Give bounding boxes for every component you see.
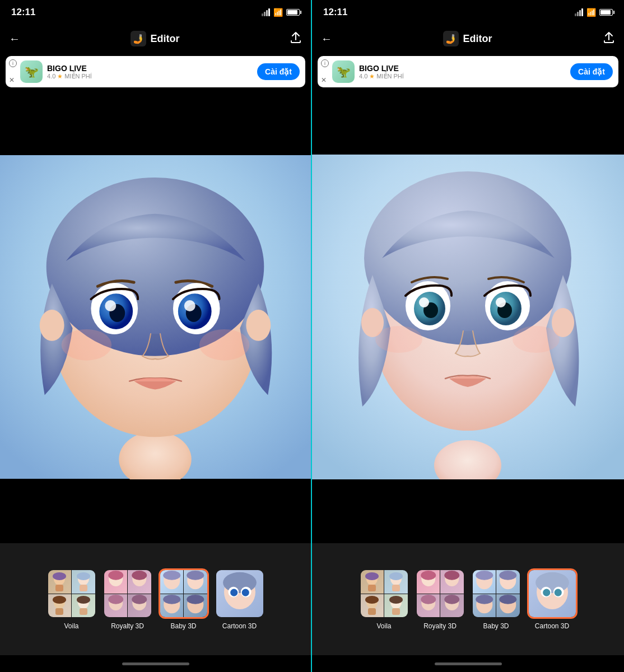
filter-label-voila-left: Voila <box>64 622 78 630</box>
share-button-right[interactable] <box>603 31 615 46</box>
ad-install-left[interactable]: Cài đặt <box>257 63 300 80</box>
main-image-right <box>312 91 624 543</box>
svg-point-99 <box>535 572 569 593</box>
filter-label-cartoon-right: Cartoon 3D <box>535 622 569 630</box>
filter-item-royalty-left[interactable]: Royalty 3D <box>103 568 153 630</box>
svg-point-17 <box>199 329 250 361</box>
ad-star-right: ★ <box>369 73 375 80</box>
svg-rect-74 <box>392 585 400 591</box>
svg-point-81 <box>389 596 403 604</box>
filter-thumb-cartoon-right <box>527 568 578 619</box>
svg-text:🤳: 🤳 <box>133 34 144 44</box>
header-left: ← 🤳 Editor <box>0 25 311 53</box>
ad-rating-left: 4.0 ★ MIỄN PHÍ <box>47 73 253 80</box>
ad-rating-number-right: 4.0 <box>359 73 367 80</box>
svg-point-78 <box>365 596 379 604</box>
svg-text:🤳: 🤳 <box>445 34 457 44</box>
filter-thumb-voila-left <box>46 568 97 619</box>
ad-star-left: ★ <box>57 73 63 80</box>
svg-point-85 <box>444 571 459 580</box>
svg-point-5 <box>46 178 264 356</box>
svg-point-7 <box>246 310 271 341</box>
back-button-right[interactable]: ← <box>321 32 332 45</box>
svg-point-97 <box>499 595 516 604</box>
ad-app-name-left: BIGO LIVE <box>47 64 253 73</box>
status-time-right: 12:11 <box>323 7 347 18</box>
svg-point-39 <box>163 571 180 580</box>
filter-item-voila-left[interactable]: Voila <box>46 568 97 630</box>
ad-banner-right[interactable]: i ✕ 🦖 BIGO LIVE 4.0 ★ MIỄN PHÍ Cài đặt <box>318 56 618 87</box>
filter-strip-left: Voila <box>0 543 311 655</box>
ad-close-left[interactable]: ✕ <box>9 76 15 84</box>
header-right: ← 🤳 Editor <box>312 25 624 53</box>
filter-item-cartoon-left[interactable]: Cartoon 3D <box>215 568 265 630</box>
status-icons-left: 📶 <box>262 8 300 17</box>
app-logo-right: 🤳 <box>443 31 459 46</box>
ad-install-right[interactable]: Cài đặt <box>570 63 613 80</box>
svg-point-33 <box>132 571 147 580</box>
back-button-left[interactable]: ← <box>9 32 20 45</box>
svg-point-69 <box>513 326 560 353</box>
filter-item-cartoon-right[interactable]: Cartoon 3D <box>527 568 578 630</box>
header-title-right: Editor <box>463 33 492 45</box>
ad-text-right: BIGO LIVE 4.0 ★ MIỄN PHÍ <box>359 64 566 80</box>
status-bar-left: 12:11 📶 <box>0 0 311 25</box>
signal-icon-left <box>262 8 270 16</box>
svg-point-23 <box>77 572 90 580</box>
svg-rect-77 <box>368 608 376 615</box>
filter-item-royalty-right[interactable]: Royalty 3D <box>415 568 465 630</box>
left-panel: 12:11 📶 ← 🤳 Editor <box>0 0 312 672</box>
filter-label-baby-right: Baby 3D <box>483 622 509 630</box>
svg-rect-80 <box>392 608 400 615</box>
svg-point-103 <box>554 589 561 596</box>
svg-point-91 <box>476 571 493 580</box>
svg-point-68 <box>375 326 422 353</box>
battery-icon-left <box>286 9 300 16</box>
header-title-left: Editor <box>151 33 180 45</box>
main-image-left <box>0 91 311 543</box>
svg-point-6 <box>40 310 64 341</box>
svg-point-93 <box>499 571 516 580</box>
home-indicator-left <box>0 655 311 672</box>
filter-label-cartoon-left: Cartoon 3D <box>222 622 257 630</box>
svg-point-26 <box>53 596 66 604</box>
ad-close-right[interactable]: ✕ <box>321 76 327 84</box>
svg-point-15 <box>184 300 195 311</box>
svg-point-89 <box>444 595 459 604</box>
wifi-icon-right: 📶 <box>586 8 596 17</box>
svg-point-95 <box>476 595 493 604</box>
svg-point-35 <box>108 595 123 604</box>
ad-app-icon-right: 🦖 <box>332 60 355 83</box>
ad-info-right[interactable]: i <box>321 59 329 67</box>
filter-thumb-baby-left <box>159 568 209 619</box>
svg-point-63 <box>419 297 429 307</box>
filter-item-baby-right[interactable]: Baby 3D <box>471 568 521 630</box>
filter-thumb-royalty-right <box>415 568 465 619</box>
filter-label-royalty-left: Royalty 3D <box>111 622 144 630</box>
filter-row-right: Voila <box>353 568 583 630</box>
svg-point-45 <box>187 595 204 604</box>
svg-rect-25 <box>55 608 63 615</box>
filter-thumb-voila-right <box>359 568 409 619</box>
svg-point-31 <box>108 571 123 580</box>
svg-point-43 <box>163 595 180 604</box>
filter-thumb-cartoon-left <box>215 568 265 619</box>
battery-icon-right <box>599 9 613 16</box>
status-time-left: 12:11 <box>11 7 35 18</box>
filter-item-baby-left[interactable]: Baby 3D <box>159 568 209 630</box>
share-button-left[interactable] <box>290 31 302 46</box>
status-bar-right: 12:11 📶 <box>312 0 624 25</box>
svg-rect-71 <box>368 585 376 591</box>
filter-label-royalty-right: Royalty 3D <box>423 622 457 630</box>
filter-item-voila-right[interactable]: Voila <box>359 568 409 630</box>
ad-icon-right: 🦖 <box>332 60 355 83</box>
svg-point-47 <box>223 572 257 593</box>
svg-point-37 <box>132 595 147 604</box>
filter-label-baby-left: Baby 3D <box>170 622 196 630</box>
svg-point-41 <box>187 571 204 580</box>
filter-thumb-royalty-left <box>103 568 153 619</box>
ad-info-left[interactable]: i <box>9 59 17 67</box>
ad-banner-left[interactable]: i ✕ 🦖 BIGO LIVE 4.0 ★ MIỄN PHÍ Cài đặt <box>6 56 305 87</box>
svg-point-51 <box>241 589 249 596</box>
status-icons-right: 📶 <box>575 8 613 17</box>
